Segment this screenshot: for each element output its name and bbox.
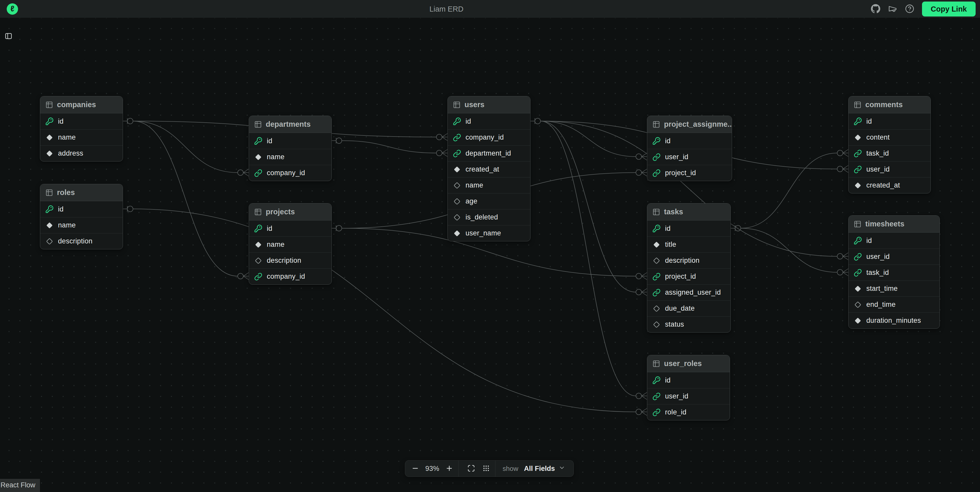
field-row-id[interactable]: id xyxy=(40,201,123,217)
field-name: task_id xyxy=(866,269,889,277)
table-projects[interactable]: projectsidnamedescriptioncompany_id xyxy=(249,203,332,285)
nullable-icon xyxy=(453,181,461,190)
primary-key-icon xyxy=(652,376,661,384)
field-name: description xyxy=(665,257,700,265)
table-header[interactable]: user_roles xyxy=(647,355,730,372)
foreign-key-icon xyxy=(854,269,862,277)
field-row-description[interactable]: description xyxy=(647,252,730,268)
field-row-user_id[interactable]: user_id xyxy=(647,149,732,165)
table-icon xyxy=(254,208,262,216)
table-comments[interactable]: commentsidcontenttask_iduser_idcreated_a… xyxy=(848,96,931,194)
table-user_roles[interactable]: user_rolesiduser_idrole_id xyxy=(647,355,730,421)
not-null-icon xyxy=(453,229,461,238)
field-row-start_time[interactable]: start_time xyxy=(848,281,940,297)
tidy-up-button[interactable] xyxy=(479,460,493,476)
foreign-key-icon xyxy=(652,408,661,416)
field-name: id xyxy=(267,225,272,233)
field-row-company_id[interactable]: company_id xyxy=(448,129,530,145)
field-row-task_id[interactable]: task_id xyxy=(848,265,940,281)
github-button[interactable] xyxy=(869,2,882,16)
field-row-created_at[interactable]: created_at xyxy=(448,161,530,177)
zoom-out-button[interactable] xyxy=(408,460,423,476)
field-row-user_id[interactable]: user_id xyxy=(647,388,730,404)
field-row-age[interactable]: age xyxy=(448,193,530,209)
field-row-is_deleted[interactable]: is_deleted xyxy=(448,209,530,225)
sidebar-toggle-button[interactable] xyxy=(3,32,14,41)
field-row-title[interactable]: title xyxy=(647,236,730,252)
field-row-id[interactable]: id xyxy=(249,133,331,149)
copy-link-button[interactable]: Copy Link xyxy=(922,2,975,16)
field-row-department_id[interactable]: department_id xyxy=(448,145,530,161)
field-row-due_date[interactable]: due_date xyxy=(647,300,730,316)
field-row-content[interactable]: content xyxy=(848,129,931,145)
field-row-name[interactable]: name xyxy=(249,236,331,252)
table-header[interactable]: comments xyxy=(848,96,931,113)
table-departments[interactable]: departmentsidnamecompany_id xyxy=(249,116,332,181)
field-row-id[interactable]: id xyxy=(647,221,730,236)
field-row-name[interactable]: name xyxy=(40,217,123,233)
table-timesheets[interactable]: timesheetsiduser_idtask_idstart_timeend_… xyxy=(848,215,940,329)
help-circle-icon xyxy=(905,4,914,14)
table-header[interactable]: tasks xyxy=(647,203,730,221)
field-name: content xyxy=(866,133,890,141)
react-flow-attribution[interactable]: React Flow xyxy=(0,479,40,492)
fit-view-button[interactable] xyxy=(464,460,479,476)
field-row-id[interactable]: id xyxy=(249,221,331,236)
field-row-task_id[interactable]: task_id xyxy=(848,145,931,161)
announcements-button[interactable] xyxy=(886,2,899,16)
field-row-assigned_user_id[interactable]: assigned_user_id xyxy=(647,284,730,300)
field-row-id[interactable]: id xyxy=(448,113,530,129)
field-row-created_at[interactable]: created_at xyxy=(848,177,931,193)
field-row-id[interactable]: id xyxy=(848,233,940,249)
field-row-id[interactable]: id xyxy=(40,113,123,129)
field-row-user_name[interactable]: user_name xyxy=(448,225,530,241)
field-row-duration_minutes[interactable]: duration_minutes xyxy=(848,313,940,329)
fields-filter-dropdown[interactable]: All Fields xyxy=(522,460,570,476)
table-header[interactable]: companies xyxy=(40,96,123,113)
nullable-icon xyxy=(652,257,661,265)
field-row-user_id[interactable]: user_id xyxy=(848,161,931,177)
grid-dots-icon xyxy=(482,465,490,473)
table-header[interactable]: users xyxy=(448,96,530,113)
field-row-description[interactable]: description xyxy=(40,233,123,249)
table-header[interactable]: projects xyxy=(249,203,331,221)
field-row-description[interactable]: description xyxy=(249,252,331,268)
field-row-id[interactable]: id xyxy=(647,133,732,149)
table-header[interactable]: departments xyxy=(249,116,331,133)
field-row-id[interactable]: id xyxy=(647,372,730,388)
field-name: project_id xyxy=(665,169,696,177)
zoom-in-button[interactable] xyxy=(442,460,457,476)
liam-logo[interactable]: ℓ xyxy=(7,3,18,15)
fit-view-icon xyxy=(467,465,475,473)
table-project_assignments[interactable]: project_assignme...iduser_idproject_id xyxy=(647,116,732,181)
table-users[interactable]: usersidcompany_iddepartment_idcreated_at… xyxy=(447,96,530,241)
field-row-role_id[interactable]: role_id xyxy=(647,404,730,420)
nullable-icon xyxy=(854,301,862,309)
field-row-name[interactable]: name xyxy=(40,129,123,145)
help-button[interactable] xyxy=(903,2,916,16)
field-row-name[interactable]: name xyxy=(249,149,331,165)
primary-key-icon xyxy=(652,224,661,233)
table-tasks[interactable]: tasksidtitledescriptionproject_idassigne… xyxy=(647,203,731,333)
table-header[interactable]: timesheets xyxy=(848,216,940,233)
field-row-project_id[interactable]: project_id xyxy=(647,165,732,181)
field-row-address[interactable]: address xyxy=(40,145,123,161)
field-row-company_id[interactable]: company_id xyxy=(249,268,331,284)
field-name: description xyxy=(58,237,92,245)
field-row-project_id[interactable]: project_id xyxy=(647,268,730,284)
primary-key-icon xyxy=(854,236,862,245)
table-header[interactable]: project_assignme... xyxy=(647,116,732,133)
table-roles[interactable]: rolesidnamedescription xyxy=(40,184,123,249)
field-row-status[interactable]: status xyxy=(647,316,730,332)
field-name: department_id xyxy=(466,149,511,157)
field-row-end_time[interactable]: end_time xyxy=(848,297,940,313)
table-icon xyxy=(652,121,660,128)
field-row-id[interactable]: id xyxy=(848,113,931,129)
table-companies[interactable]: companiesidnameaddress xyxy=(40,96,123,162)
field-row-user_id[interactable]: user_id xyxy=(848,249,940,265)
nullable-icon xyxy=(652,321,661,329)
table-header[interactable]: roles xyxy=(40,184,123,201)
field-row-company_id[interactable]: company_id xyxy=(249,165,331,181)
field-row-name[interactable]: name xyxy=(448,177,530,193)
foreign-key-icon xyxy=(652,273,661,281)
